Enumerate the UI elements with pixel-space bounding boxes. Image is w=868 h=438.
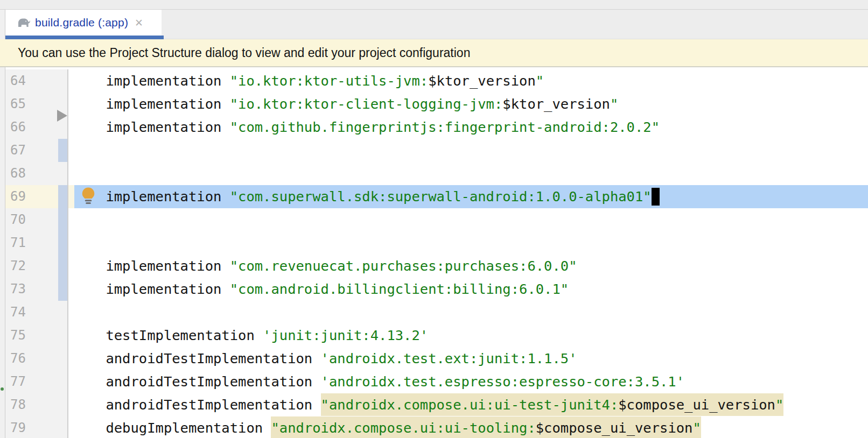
code-line-content[interactable] [68,208,868,231]
code-text: implementation "com.android.billingclien… [68,278,868,301]
gutter: 68 [5,162,68,185]
line-number[interactable]: 66 [10,116,26,139]
code-line-content[interactable]: debugImplementation "androidx.compose.ui… [68,416,868,438]
code-line-content[interactable]: implementation "com.superwall.sdk:superw… [68,185,868,208]
tab-close-icon[interactable]: ✕ [135,18,143,28]
gutter: 73 [5,278,68,301]
gutter: 64 [5,69,68,93]
gutter: 70 [5,208,68,231]
gutter: 78 [5,393,68,416]
line-number[interactable]: 70 [10,208,26,231]
code-line[interactable]: 78 androidTestImplementation "androidx.c… [5,393,868,416]
code-line-content[interactable]: androidTestImplementation "androidx.comp… [68,393,868,416]
text-caret [652,188,660,206]
editor-tab-bar: build.gradle (:app) ✕ [5,10,868,39]
code-line[interactable]: 75 testImplementation 'junit:junit:4.13.… [5,324,868,347]
code-line[interactable]: 68 [5,162,868,185]
code-line-content[interactable]: implementation "io.ktor:ktor-client-logg… [68,93,868,116]
gutter: 72 [5,255,68,278]
code-line-content[interactable]: testImplementation 'junit:junit:4.13.2' [68,324,868,347]
vcs-change-marker [58,255,67,278]
gutter: 79 [5,416,68,438]
vcs-change-marker [58,185,67,208]
code-line[interactable]: 66 implementation "com.github.fingerprin… [5,116,868,139]
annotation-dot [1,387,4,391]
code-line[interactable]: 73 implementation "com.android.billingcl… [5,278,868,301]
line-number[interactable]: 79 [10,416,26,438]
code-text: implementation "com.superwall.sdk:superw… [68,185,868,208]
code-line-content[interactable]: implementation "com.github.fingerprintjs… [68,116,868,139]
code-text: implementation "com.github.fingerprintjs… [68,116,868,139]
code-text: implementation "com.revenuecat.purchases… [68,255,868,278]
left-gutter-rail [0,10,5,438]
gutter: 76 [5,347,68,370]
line-number[interactable]: 78 [10,393,26,416]
line-number[interactable]: 72 [10,255,26,278]
window-top-bar [0,0,868,10]
vcs-change-marker [58,231,67,255]
code-line[interactable]: 64 implementation "io.ktor:ktor-utils-jv… [5,69,868,93]
gutter: 66 [5,116,68,139]
gutter: 67 [5,139,68,162]
tab-title: build.gradle (:app) [35,16,128,29]
gutter: 74 [5,301,68,324]
code-line[interactable]: 71 [5,231,868,255]
line-number[interactable]: 76 [10,347,26,370]
banner-text: You can use the Project Structure dialog… [18,46,470,60]
gutter-triangle-icon[interactable] [57,110,67,122]
code-editor: 64 implementation "io.ktor:ktor-utils-jv… [5,67,868,438]
code-line[interactable]: 79 debugImplementation "androidx.compose… [5,416,868,438]
line-number[interactable]: 68 [10,162,26,185]
code-text: implementation "io.ktor:ktor-client-logg… [68,93,868,116]
vcs-change-marker [58,208,67,231]
code-line[interactable]: 74 [5,301,868,324]
code-text: implementation "io.ktor:ktor-utils-jvm:$… [68,69,868,93]
code-line-content[interactable]: implementation "io.ktor:ktor-utils-jvm:$… [68,69,868,93]
line-number[interactable]: 64 [10,69,26,93]
line-number[interactable]: 67 [10,139,26,162]
code-line[interactable]: 72 implementation "com.revenuecat.purcha… [5,255,868,278]
line-number[interactable]: 74 [10,301,26,324]
code-line[interactable]: 69 implementation "com.superwall.sdk:sup… [5,185,868,208]
code-line-content[interactable]: androidTestImplementation 'androidx.test… [68,370,868,393]
code-line-content[interactable] [68,139,868,162]
line-number[interactable]: 73 [10,278,26,301]
code-line[interactable]: 76 androidTestImplementation 'androidx.t… [5,347,868,370]
code-line[interactable]: 77 androidTestImplementation 'androidx.t… [5,370,868,393]
line-number[interactable]: 65 [10,93,26,116]
tab-build-gradle[interactable]: build.gradle (:app) ✕ [5,10,162,36]
vcs-change-marker [58,139,67,162]
vcs-change-marker [58,278,67,301]
line-number[interactable]: 77 [10,370,26,393]
code-line-content[interactable] [68,231,868,255]
code-line[interactable]: 70 [5,208,868,231]
code-text: androidTestImplementation "androidx.comp… [68,393,868,416]
gutter: 69 [5,185,68,208]
intention-bulb-icon[interactable] [80,187,96,208]
line-number[interactable]: 69 [10,185,26,208]
code-text: androidTestImplementation 'androidx.test… [68,370,868,393]
code-line[interactable]: 65 implementation "io.ktor:ktor-client-l… [5,93,868,116]
code-text: debugImplementation "androidx.compose.ui… [68,416,868,438]
code-line-content[interactable]: androidTestImplementation 'androidx.test… [68,347,868,370]
gutter: 75 [5,324,68,347]
gutter: 71 [5,231,68,255]
code-line-content[interactable]: implementation "com.revenuecat.purchases… [68,255,868,278]
code-text: androidTestImplementation 'androidx.test… [68,347,868,370]
line-number[interactable]: 71 [10,231,26,255]
code-line-content[interactable] [68,162,868,185]
gradle-elephant-icon [15,18,30,28]
notification-banner: You can use the Project Structure dialog… [0,39,868,67]
line-number[interactable]: 75 [10,324,26,347]
code-text: testImplementation 'junit:junit:4.13.2' [68,324,868,347]
active-tab-underline [5,36,164,39]
code-line[interactable]: 67 [5,139,868,162]
code-line-content[interactable] [68,301,868,324]
code-line-content[interactable]: implementation "com.android.billingclien… [68,278,868,301]
gutter: 77 [5,370,68,393]
